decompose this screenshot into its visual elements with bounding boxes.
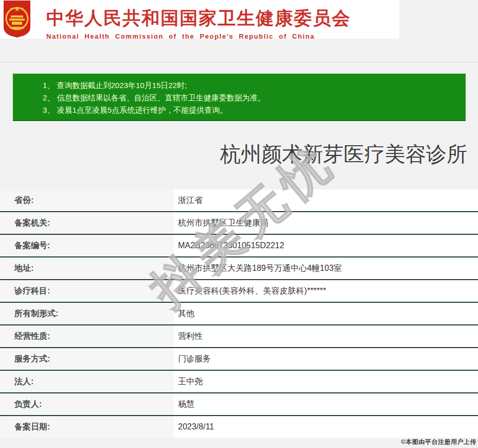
notice-line: 1、 查询数据截止到2023年10月15日22时;	[43, 79, 455, 92]
row-value: MA2B2366733010515D2212	[174, 235, 478, 256]
row-label: 备案机关:	[0, 212, 174, 234]
notice-box: 1、 查询数据截止到2023年10月15日22时; 2、 信息数据结果以各省、自…	[13, 74, 466, 121]
header-title-cn: 中华人民共和国国家卫生健康委员会	[46, 6, 396, 30]
row-value: 浙江省	[174, 189, 478, 211]
table-row: 服务方式: 门诊服务	[0, 348, 478, 371]
row-label: 服务方式:	[0, 348, 174, 370]
table-row: 省份: 浙江省	[0, 189, 478, 212]
header-divider	[0, 62, 478, 62]
row-value: 杭州市拱墅区大关路189号万通中心4幢103室	[174, 257, 478, 279]
nhc-record-page: ★ ★ ★ 中华人民共和国国家卫生健康委员会 National Health C…	[0, 0, 478, 448]
table-row: 备案日期: 2023/8/11	[0, 416, 478, 438]
row-value: 杨慧	[174, 393, 478, 415]
notice-line: 3、 凌晨1点至凌晨5点系统进行维护，不能提供查询。	[43, 104, 455, 116]
header-title-en: National Health Commission of the People…	[46, 32, 396, 40]
row-label: 负责人:	[0, 393, 174, 415]
table-row: 经营性质: 营利性	[0, 325, 478, 348]
record-table: 省份: 浙江省 备案机关: 杭州市拱墅区卫生健康局 备案编号: MA2B2366…	[0, 189, 478, 438]
notice-line: 2、 信息数据结果以各省、自治区、直辖市卫生健康委数据为准。	[43, 92, 455, 104]
page-title: 杭州颜术新芽医疗美容诊所	[0, 140, 467, 168]
table-row: 地址: 杭州市拱墅区大关路189号万通中心4幢103室	[0, 257, 478, 280]
row-value: 门诊服务	[174, 348, 478, 370]
row-value: 王中尧	[174, 371, 478, 392]
row-label: 地址:	[0, 257, 174, 279]
china-national-emblem-icon: ★ ★ ★	[3, 0, 31, 38]
row-label: 省份:	[0, 189, 174, 211]
svg-text:★: ★	[21, 7, 24, 10]
row-value: 其他	[174, 303, 478, 324]
row-value: 2023/8/11	[174, 416, 478, 438]
table-row: 备案编号: MA2B2366733010515D2212	[0, 235, 478, 257]
svg-text:★: ★	[10, 7, 13, 10]
table-row: 诊疗科目: 医疗美容科(美容外科、美容皮肤科)******	[0, 280, 478, 303]
header-titles: 中华人民共和国国家卫生健康委员会 National Health Commiss…	[46, 6, 396, 40]
site-header: ★ ★ ★ 中华人民共和国国家卫生健康委员会 National Health C…	[0, 0, 399, 39]
row-value: 杭州市拱墅区卫生健康局	[174, 212, 478, 234]
row-label: 经营性质:	[0, 325, 174, 347]
table-row: 法人: 王中尧	[0, 371, 478, 393]
row-value: 营利性	[174, 325, 478, 347]
svg-text:★: ★	[14, 5, 20, 13]
table-row: 负责人: 杨慧	[0, 393, 478, 416]
row-label: 诊疗科目:	[0, 280, 174, 302]
row-label: 备案编号:	[0, 235, 174, 256]
upload-attribution-stamp: ©本图由平台注册用户上传	[401, 438, 476, 446]
row-label: 所有制形式:	[0, 303, 174, 324]
row-value: 医疗美容科(美容外科、美容皮肤科)******	[174, 280, 478, 302]
table-row: 备案机关: 杭州市拱墅区卫生健康局	[0, 212, 478, 235]
row-label: 备案日期:	[0, 416, 174, 438]
table-row: 所有制形式: 其他	[0, 303, 478, 325]
row-label: 法人:	[0, 371, 174, 392]
